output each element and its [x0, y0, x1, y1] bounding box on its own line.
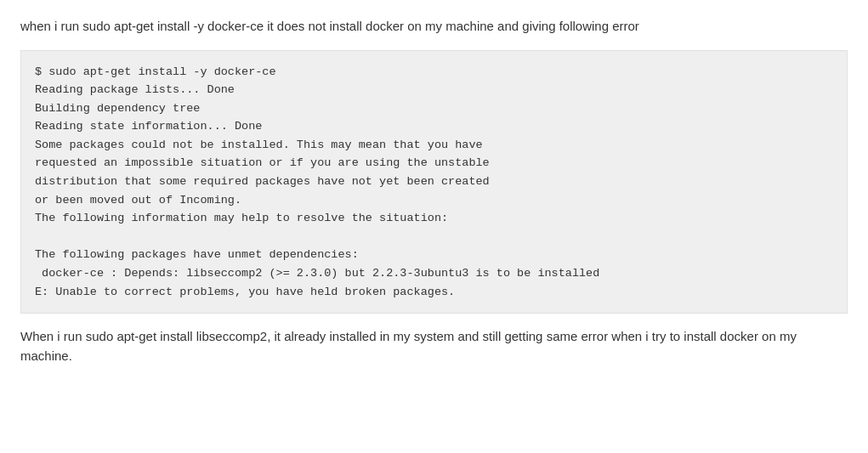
follow-up-text: When i run sudo apt-get install libsecco… — [20, 327, 848, 365]
question-intro: when i run sudo apt-get install -y docke… — [20, 17, 848, 37]
code-block: $ sudo apt-get install -y docker-ce Read… — [20, 50, 848, 314]
